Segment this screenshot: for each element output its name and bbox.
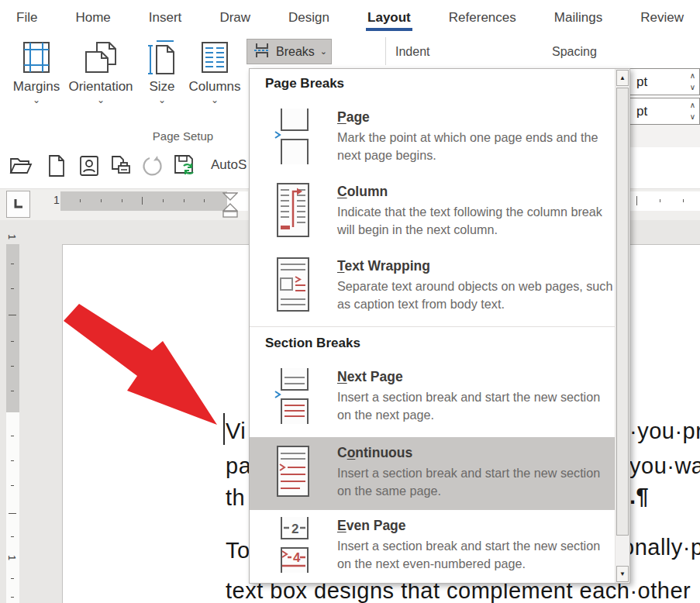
menu-section-header-section-breaks: Section Breaks (265, 335, 616, 352)
scroll-up-button[interactable]: ▲ (616, 70, 629, 86)
open-button[interactable] (8, 153, 34, 182)
open-folder-icon (9, 156, 33, 179)
menu-item-title: Text Wrapping (337, 257, 613, 275)
menu-item-column[interactable]: Column Indicate that the text following … (250, 182, 616, 243)
blank-page-icon (47, 154, 66, 181)
tab-home[interactable]: Home (72, 2, 113, 33)
menu-item-title: Column (337, 182, 613, 201)
hanging-indent-marker[interactable] (222, 203, 238, 222)
circle-arrow-icon (142, 155, 164, 180)
size-button[interactable]: Size ⌄ (143, 39, 181, 105)
menu-item-title: Next Page (337, 367, 613, 386)
print-preview-icon (110, 155, 132, 180)
word-window: File Home Insert Draw Design Layout Refe… (0, 0, 700, 603)
chevron-down-icon: ⌄ (184, 95, 245, 105)
page-setup-group-label: Page Setup (124, 129, 242, 143)
next-page-break-icon (274, 367, 312, 428)
text-wrapping-icon (274, 257, 312, 317)
tab-design[interactable]: Design (285, 2, 333, 33)
menu-item-desc: Insert a section break and start the new… (337, 464, 613, 500)
chevron-down-icon: ⌄ (65, 95, 136, 105)
breaks-menu: Page Breaks Page Mark the point at which… (249, 68, 630, 584)
pilcrow-mark: .¶ (629, 484, 649, 509)
tab-draw[interactable]: Draw (216, 2, 253, 33)
menu-item-title: Page (337, 108, 613, 126)
tab-layout[interactable]: Layout (364, 2, 414, 33)
spinner-down-icon[interactable]: ∨ (690, 111, 695, 122)
tab-mailings[interactable]: Mailings (551, 2, 605, 33)
print-preview-button[interactable] (108, 153, 134, 182)
scrollbar-thumb[interactable] (616, 88, 629, 536)
vertical-ruler-margin-band (6, 244, 19, 412)
doc-text-line1: Vi (226, 419, 246, 444)
tab-insert[interactable]: Insert (146, 2, 185, 33)
ruler-number: 1 (53, 194, 60, 206)
margins-button[interactable]: Margins ⌄ (11, 39, 62, 105)
margins-icon (22, 41, 50, 77)
column-break-icon (274, 182, 312, 243)
first-line-indent-marker[interactable] (222, 190, 238, 204)
svg-text:2: 2 (291, 522, 298, 536)
doc-text-line1-right: ·you·pr (629, 419, 700, 444)
columns-label: Columns (184, 79, 245, 95)
chevron-down-icon: ⌄ (320, 47, 327, 57)
scroll-down-button[interactable]: ▼ (616, 566, 629, 582)
vertical-ruler (6, 412, 19, 603)
orientation-icon (83, 41, 119, 77)
menu-item-title: Continuous (337, 443, 613, 462)
menu-item-next-page[interactable]: Next Page Insert a section break and sta… (250, 367, 616, 428)
spinner-up-icon[interactable]: ∧ (690, 99, 695, 111)
doc-text-line4: To (226, 538, 250, 563)
indent-label: Indent (395, 45, 429, 59)
tab-review[interactable]: Review (637, 2, 687, 33)
menu-item-desc: Indicate that the text following the col… (337, 203, 613, 239)
tab-file[interactable]: File (13, 2, 40, 33)
page-break-icon (274, 108, 312, 168)
menu-section-header-page-breaks: Page Breaks (265, 75, 616, 92)
svg-text:4: 4 (293, 550, 301, 565)
menu-item-page[interactable]: Page Mark the point at which one page en… (250, 108, 616, 168)
menu-divider (250, 326, 616, 327)
autosave-label[interactable]: AutoS (211, 157, 247, 173)
contacts-button[interactable] (76, 153, 102, 182)
red-arrow-annotation (62, 302, 225, 437)
new-document-button[interactable] (43, 153, 70, 182)
even-page-break-icon: 2 4 (274, 516, 312, 577)
menu-item-title: Even Page (337, 516, 613, 535)
ribbon-tab-bar: File Home Insert Draw Design Layout Refe… (0, 0, 700, 35)
spinner-value: pt (636, 74, 647, 90)
spinner-up-icon[interactable]: ∧ (690, 70, 695, 81)
ruler-margin-band (60, 191, 227, 211)
menu-item-even-page[interactable]: 2 4 Even Page Insert a section break and… (250, 516, 616, 577)
menu-item-text-wrapping[interactable]: Text Wrapping Separate text around objec… (250, 257, 616, 317)
orientation-button[interactable]: Orientation ⌄ (65, 39, 136, 105)
chevron-down-icon: ⌄ (11, 95, 62, 105)
menu-scrollbar[interactable]: ▲ ▼ (615, 69, 629, 583)
columns-button[interactable]: Columns ⌄ (184, 39, 245, 105)
columns-icon (201, 41, 229, 77)
ruler-content-band-right (630, 191, 700, 211)
menu-item-desc: Insert a section break and start the new… (337, 537, 613, 573)
group-divider (385, 37, 386, 65)
menu-item-desc: Separate text around objects on web page… (337, 277, 613, 313)
breaks-icon (253, 43, 271, 61)
doc-text-line4-right: onally·p (622, 535, 700, 560)
ruler-number: 1 (6, 234, 18, 239)
redo-button[interactable] (140, 153, 166, 182)
doc-text-line2-right: you·wa (629, 453, 700, 479)
menu-item-desc: Insert a section break and start the new… (337, 388, 613, 424)
tab-selector-button[interactable] (6, 191, 30, 218)
tab-stop-icon (12, 197, 25, 212)
spacing-label: Spacing (552, 45, 597, 59)
breaks-label: Breaks (276, 45, 315, 59)
menu-item-desc: Mark the point at which one page ends an… (337, 129, 613, 164)
breaks-button[interactable]: Breaks ⌄ (247, 39, 332, 64)
chevron-down-icon: ⌄ (143, 95, 181, 105)
save-button[interactable] (172, 153, 198, 182)
spinner-down-icon[interactable]: ∨ (690, 81, 695, 93)
continuous-break-icon (274, 443, 312, 504)
orientation-label: Orientation (65, 79, 136, 95)
tab-references[interactable]: References (446, 2, 519, 33)
margins-label: Margins (11, 79, 62, 95)
menu-item-continuous[interactable]: Continuous Insert a section break and st… (250, 437, 616, 510)
